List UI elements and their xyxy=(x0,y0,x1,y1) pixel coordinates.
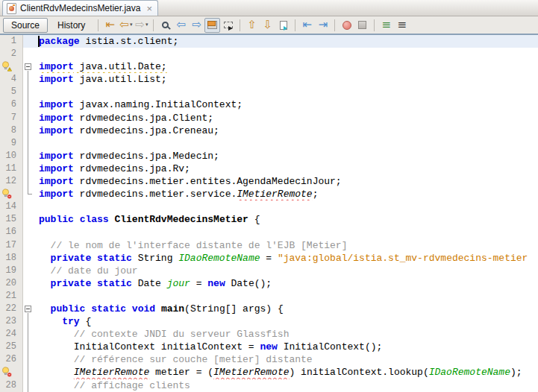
dropdown-arrow-icon[interactable]: ▾ xyxy=(146,22,148,28)
fold-collapse-button[interactable] xyxy=(25,63,31,70)
start-macro-recording-icon[interactable] xyxy=(339,18,354,33)
code-token: import xyxy=(39,99,74,110)
code-line[interactable]: 15public class ClientRdvMedecinsMetier { xyxy=(0,213,538,226)
history-button[interactable]: History xyxy=(49,18,93,33)
warning-bulb-icon[interactable] xyxy=(1,64,12,73)
code-area[interactable]: 1package istia.st.client;2import java.ut… xyxy=(0,35,538,392)
code-line-text: private static Date jour = new Date(); xyxy=(34,277,538,290)
code-line[interactable]: 19 // date du jour xyxy=(0,265,538,277)
toolbar-separator xyxy=(334,19,335,31)
code-line[interactable]: 25 InitialContext initialContext = new I… xyxy=(0,341,538,353)
code-token xyxy=(39,367,74,378)
code-line-text: private static String IDaoRemoteName = "… xyxy=(34,252,538,265)
code-token: istia.st.client; xyxy=(80,36,179,47)
code-line[interactable]: 24 // contexte JNDI du serveur Glassfish xyxy=(0,328,538,341)
shift-line-right-icon[interactable]: ⇥ xyxy=(315,18,331,33)
code-line[interactable]: 7import rdvmedecins.jpa.Client; xyxy=(0,112,538,124)
uncomment-icon[interactable]: ≡ xyxy=(394,18,410,33)
source-button[interactable]: Source xyxy=(3,18,48,33)
code-token: { xyxy=(80,316,92,327)
toggle-bookmark-icon[interactable] xyxy=(275,18,291,33)
code-line[interactable]: IMetierRemote metier = (IMetierRemote) i… xyxy=(0,366,538,379)
line-number: 26 xyxy=(0,353,23,366)
tab-clientrdvmedecinsmetier[interactable]: ClientRdvMedecinsMetier.java × xyxy=(2,0,158,16)
find-next-icon[interactable]: ⇨ xyxy=(189,18,204,33)
code-line[interactable]: 26 // référence sur couche [metier] dist… xyxy=(0,353,538,366)
code-line[interactable]: 18 private static String IDaoRemoteName … xyxy=(0,252,538,265)
code-line[interactable]: 4import java.util.List; xyxy=(0,73,538,86)
code-line-text xyxy=(34,226,538,238)
code-line[interactable]: 8import rdvmedecins.jpa.Creneau; xyxy=(0,124,538,137)
code-line-text: InitialContext initialContext = new Init… xyxy=(34,341,538,353)
back-icon[interactable]: ⇦▾ xyxy=(118,18,134,33)
code-line[interactable]: 14 xyxy=(0,200,538,213)
error-bulb-icon[interactable] xyxy=(1,370,12,379)
code-line-text: public class ClientRdvMedecinsMetier { xyxy=(34,213,538,226)
fold-column xyxy=(23,265,34,277)
code-line[interactable]: 20 private static Date jour = new Date()… xyxy=(0,277,538,290)
line-number: 23 xyxy=(0,315,23,328)
code-line[interactable]: 10import rdvmedecins.jpa.Medecin; xyxy=(0,150,538,162)
code-token: // date du jour xyxy=(39,265,138,276)
rectangular-selection-icon[interactable] xyxy=(220,18,236,33)
line-number: 8 xyxy=(0,124,23,137)
forward-icon[interactable]: ⇨▾ xyxy=(134,18,149,33)
code-token xyxy=(74,214,80,225)
code-token: InitialContext(); xyxy=(278,341,382,353)
code-line[interactable]: import rdvmedecins.metier.service.IMetie… xyxy=(0,188,538,200)
fold-column xyxy=(23,35,34,48)
error-bulb-icon[interactable] xyxy=(1,192,12,200)
line-number: 22 xyxy=(0,303,23,315)
code-token: import xyxy=(39,125,74,136)
find-selection-icon[interactable] xyxy=(157,18,173,33)
code-line[interactable]: 5 xyxy=(0,86,538,98)
code-line[interactable]: 6import javax.naming.InitialContext; xyxy=(0,98,538,111)
code-token: ); xyxy=(510,367,522,378)
fold-column xyxy=(23,200,34,213)
code-line-text xyxy=(34,200,538,213)
code-line-text: // le nom de l'interface distante de l'E… xyxy=(34,239,538,252)
next-bookmark-icon[interactable]: ⇩ xyxy=(260,18,275,33)
code-line[interactable]: 16 xyxy=(0,226,538,238)
line-number: 10 xyxy=(0,150,23,162)
code-line-text: public static void main(String[] args) { xyxy=(34,303,538,315)
stop-macro-recording-icon[interactable] xyxy=(354,18,370,33)
code-token: java.util.List; xyxy=(74,74,167,85)
code-line[interactable]: 9 xyxy=(0,137,538,150)
code-line[interactable]: 28 // affichage clients xyxy=(0,379,538,392)
fold-column xyxy=(23,315,34,328)
fold-column xyxy=(23,112,34,124)
code-line[interactable]: 21 xyxy=(0,290,538,303)
gutter-cell xyxy=(0,60,23,73)
toggle-highlight-search-icon[interactable] xyxy=(204,18,220,33)
code-token xyxy=(91,253,97,264)
code-line-text: // contexte JNDI du serveur Glassfish xyxy=(34,328,538,341)
code-line[interactable]: 11import rdvmedecins.jpa.Rv; xyxy=(0,162,538,175)
dropdown-arrow-icon[interactable]: ▾ xyxy=(130,22,133,28)
code-token: class xyxy=(80,214,109,225)
comment-icon[interactable]: ≡ xyxy=(378,18,394,33)
code-line[interactable]: 22 public static void main(String[] args… xyxy=(0,303,538,315)
line-number: 9 xyxy=(0,137,23,150)
code-line[interactable]: 1package istia.st.client; xyxy=(0,35,538,48)
code-line[interactable]: 23 try { xyxy=(0,315,538,328)
code-line[interactable]: 2 xyxy=(0,48,538,60)
tab-close-icon[interactable]: × xyxy=(146,4,152,13)
code-line[interactable]: 17 // le nom de l'interface distante de … xyxy=(0,239,538,252)
code-token: javax.naming.InitialContext; xyxy=(74,99,243,110)
code-token xyxy=(91,278,97,289)
code-token: rdvmedecins.jpa.Creneau; xyxy=(74,125,219,136)
code-token: IMetierRemote xyxy=(213,367,289,378)
code-line[interactable]: 12import rdvmedecins.metier.entites.Agen… xyxy=(0,175,538,188)
code-line-text: import rdvmedecins.metier.entites.Agenda… xyxy=(34,175,538,188)
jump-last-edit-icon[interactable]: ⇤ xyxy=(102,18,118,33)
code-line[interactable]: import java.util.Date; xyxy=(0,60,538,73)
code-token xyxy=(39,303,51,314)
previous-bookmark-icon[interactable]: ⇧ xyxy=(244,18,260,33)
code-line-text: import java.util.List; xyxy=(34,73,538,86)
shift-line-left-icon[interactable]: ⇤ xyxy=(299,18,315,33)
fold-collapse-button[interactable] xyxy=(25,306,31,312)
fold-column xyxy=(23,48,34,60)
find-previous-icon[interactable]: ⇦ xyxy=(173,18,189,33)
code-token: ClientRdvMedecinsMetier xyxy=(114,214,248,225)
